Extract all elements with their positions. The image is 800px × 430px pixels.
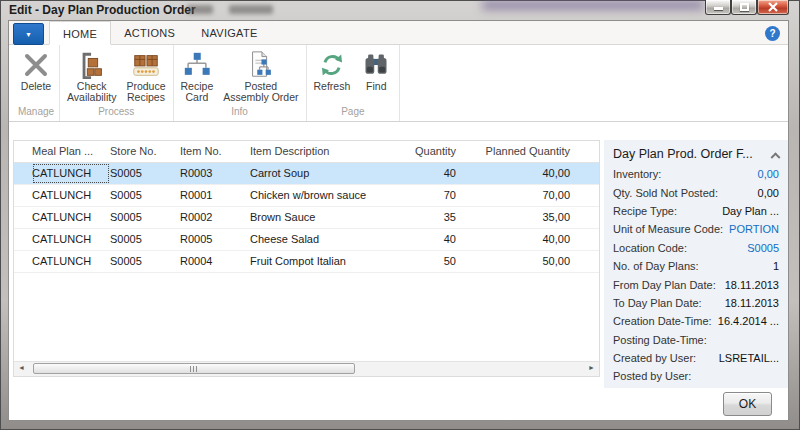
redacted-text [229,5,273,14]
scrollbar-thumb[interactable] [33,363,355,374]
cell-planned-quantity: 40,00 [460,163,574,184]
cell-store-no: S0005 [110,251,180,272]
horizontal-scrollbar[interactable]: ◄ ► [14,361,599,376]
ribbon-group-info: RecipeCard [174,45,307,121]
column-header-meal-plan[interactable]: Meal Plan ... [32,141,110,162]
close-icon [768,2,778,12]
cell-meal-plan: CATLUNCH [32,185,110,206]
group-label-page: Page [309,105,398,121]
column-header-item-no[interactable]: Item No. [180,141,250,162]
table-row[interactable]: CATLUNCH S0005 R0003 Carrot Soup 40 40,0… [14,163,599,185]
table-row[interactable]: CATLUNCH S0005 R0001 Chicken w/brown sau… [14,185,599,207]
window-content: ▼ HOME ACTIONS NAVIGATE ? Delete [8,20,789,421]
group-label-process: Process [62,105,171,121]
cell-planned-quantity: 50,00 [460,251,574,272]
cell-item-no: R0003 [180,163,250,184]
factbox-value: 16.4.2014 ... [718,315,779,327]
ok-button[interactable]: OK [723,392,772,416]
group-label-info: Info [176,105,304,121]
ribbon: Delete Manage [9,45,788,122]
ribbon-group-page: Refresh [307,45,401,121]
factbox-field: Location Code: S0005 [613,239,779,257]
tab-navigate[interactable]: NAVIGATE [188,21,270,45]
maximize-button[interactable] [731,0,757,15]
factbox-value-link[interactable]: S0005 [747,242,779,254]
factbox-value: LSRETAIL... [719,352,779,364]
check-availability-button[interactable]: CheckAvailability [62,47,121,105]
factbox-value-link[interactable]: PORTION [729,223,779,235]
delete-icon [20,49,52,81]
scroll-left-icon[interactable]: ◄ [18,364,25,371]
cell-item-description: Fruit Compot Italian [250,251,400,272]
scroll-right-icon[interactable]: ► [588,364,595,371]
factbox-field: No. of Day Plans: 1 [613,257,779,275]
cell-quantity: 40 [400,163,460,184]
ribbon-tab-strip: ▼ HOME ACTIONS NAVIGATE ? [9,21,788,45]
column-header-planned-quantity[interactable]: Planned Quantity [460,141,574,162]
window-title: Edit - Day Plan Production Order [9,0,196,20]
order-lines-list: Meal Plan ... Store No. Item No. Item De… [13,140,600,377]
factbox-field: Recipe Type: Day Plan ... [613,202,779,220]
factbox-field: Inventory: 0,00 [613,165,779,183]
group-label-manage: Manage [15,105,57,121]
cell-quantity: 70 [400,185,460,206]
ribbon-group-process: CheckAvailability [60,45,174,121]
factbox-value: 18.11.2013 [725,297,779,309]
column-header-item-description[interactable]: Item Description [250,141,400,162]
produce-recipes-button[interactable]: ProduceRecipes [121,47,170,105]
table-row[interactable]: CATLUNCH S0005 R0005 Cheese Salad 40 40,… [14,229,599,251]
cell-store-no: S0005 [110,207,180,228]
ribbon-group-manage: Delete Manage [13,45,60,121]
refresh-icon [316,49,348,81]
tab-actions[interactable]: ACTIONS [111,21,188,45]
find-button[interactable]: Find [355,47,397,105]
cell-quantity: 40 [400,229,460,250]
minimize-icon [714,7,723,10]
close-button[interactable] [757,0,789,15]
table-row[interactable]: CATLUNCH S0005 R0004 Fruit Compot Italia… [14,251,599,273]
cell-item-no: R0005 [180,229,250,250]
factbox-field: To Day Plan Date: 18.11.2013 [613,294,779,312]
collapse-icon[interactable] [771,152,781,162]
delete-button[interactable]: Delete [15,47,57,105]
factbox-field: From Day Plan Date: 18.11.2013 [613,275,779,293]
factbox-field: Posting Date-Time: [613,331,779,349]
find-icon [360,49,392,81]
cell-meal-plan: CATLUNCH [32,229,110,250]
refresh-button[interactable]: Refresh [309,47,356,105]
cell-item-description: Carrot Soup [250,163,400,184]
minimize-button[interactable] [705,0,731,15]
cell-store-no: S0005 [110,185,180,206]
cell-item-no: R0002 [180,207,250,228]
factbox-title: Day Plan Prod. Order F... [613,147,753,161]
table-row[interactable]: CATLUNCH S0005 R0002 Brown Sauce 35 35,0… [14,207,599,229]
check-availability-icon [76,49,108,81]
factbox-value: Day Plan ... [722,205,779,217]
factbox-field: Creation Date-Time: 16.4.2014 ... [613,312,779,330]
cell-planned-quantity: 40,00 [460,229,574,250]
factbox-field: Unit of Measure Code: PORTION [613,220,779,238]
help-button[interactable]: ? [765,26,780,41]
cell-item-no: R0004 [180,251,250,272]
tab-home[interactable]: HOME [49,21,111,45]
table-header-row: Meal Plan ... Store No. Item No. Item De… [14,141,599,163]
produce-recipes-icon [130,49,162,81]
column-header-store-no[interactable]: Store No. [110,141,180,162]
scrollbar-grip-icon [190,366,199,372]
cell-item-no: R0001 [180,185,250,206]
column-header-quantity[interactable]: Quantity [400,141,460,162]
factbox-value: 18.11.2013 [725,279,779,291]
recipe-card-icon [181,49,213,81]
cell-quantity: 35 [400,207,460,228]
cell-planned-quantity: 35,00 [460,207,574,228]
cell-meal-plan: CATLUNCH [32,251,110,272]
cell-item-description: Cheese Salad [250,229,400,250]
maximize-icon [740,3,749,11]
recipe-card-button[interactable]: RecipeCard [176,47,219,105]
factbox-field: Posted by User: [613,367,779,385]
application-menu-button[interactable]: ▼ [13,23,44,45]
posted-assembly-order-button[interactable]: PostedAssembly Order [218,47,303,105]
cell-store-no: S0005 [110,229,180,250]
factbox-value-link[interactable]: 0,00 [758,168,779,180]
factbox-field: Created by User: LSRETAIL... [613,349,779,367]
